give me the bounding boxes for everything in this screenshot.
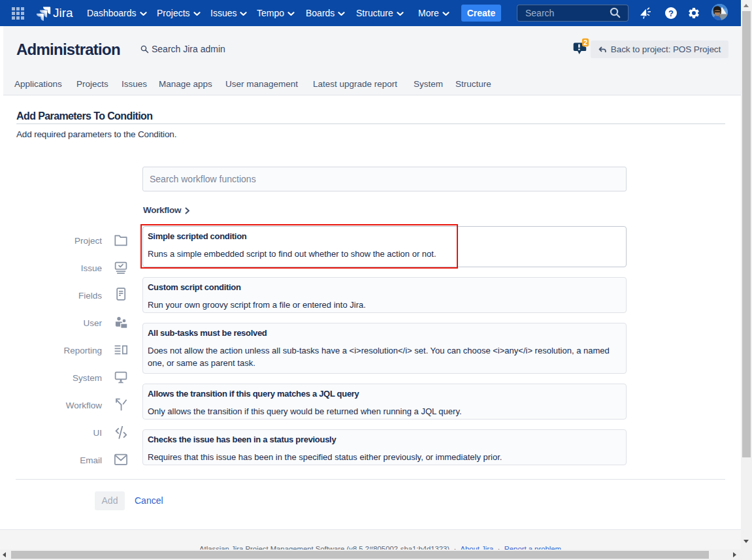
svg-text:2: 2 [583, 39, 587, 46]
svg-text:?: ? [668, 8, 674, 18]
